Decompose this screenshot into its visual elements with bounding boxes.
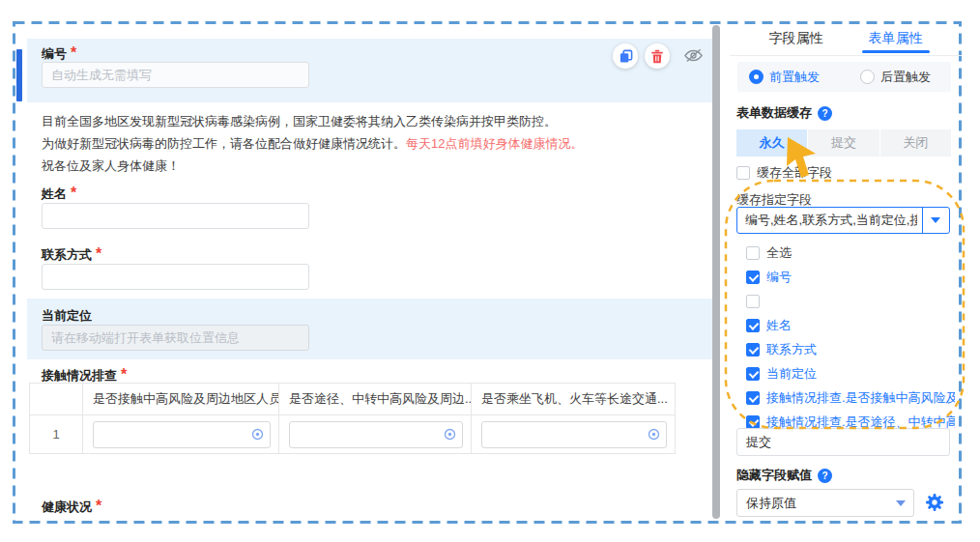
gear-icon	[925, 493, 944, 512]
panel-tabs: 字段属性 表单属性	[746, 23, 945, 55]
cache-fields-combobox[interactable]: 编号,姓名,联系方式,当前定位,接...	[736, 207, 950, 234]
checkbox-label: 接触情况排查.是否接触中高风险及周边地区人员	[766, 389, 955, 407]
cache-field-option[interactable]: 联系方式	[746, 342, 955, 357]
circle-dot-icon	[251, 428, 264, 441]
radio-label: 后置触发	[880, 69, 931, 86]
field-label: 健康状况	[42, 499, 92, 514]
required-asterisk: *	[71, 185, 76, 201]
cache-mode-permanent[interactable]: 永久	[736, 129, 807, 157]
table-column-header: 是否接触中高风险及周边地区人员	[83, 384, 279, 415]
radio-post-trigger[interactable]: 后置触发	[860, 69, 931, 86]
required-asterisk: *	[96, 245, 101, 262]
field-block-description[interactable]: 目前全国多地区发现新型冠状病毒感染病例，国家卫健委将其纳入乙类传染病并按甲类防控…	[42, 110, 679, 177]
description-line: 为做好新型冠状病毒的防控工作，请各位配合做好健康情况统计。每天12点前填好身体健…	[42, 132, 679, 155]
name-input[interactable]	[42, 203, 309, 229]
contact-input[interactable]	[42, 264, 309, 290]
field-label: 姓名	[42, 186, 67, 201]
selection-bar	[16, 49, 22, 101]
copy-icon	[619, 49, 633, 64]
hidden-assign-select[interactable]: 保持原值	[736, 489, 914, 517]
submit-value-input[interactable]	[736, 428, 950, 456]
checkbox-label: 缓存全部字段	[757, 164, 832, 182]
checkbox-label: 联系方式	[766, 341, 817, 358]
required-asterisk: *	[71, 44, 76, 61]
checkbox-label: 全选	[766, 244, 792, 262]
table-row: 1	[30, 415, 676, 454]
combobox-value: 编号,姓名,联系方式,当前定位,接...	[745, 208, 917, 233]
cache-field-option[interactable]: 姓名	[746, 318, 955, 333]
question-circle-icon[interactable]: ?	[818, 469, 832, 483]
checkbox-icon[interactable]	[746, 415, 760, 429]
question-circle-icon[interactable]: ?	[818, 106, 832, 121]
tab-form-properties[interactable]: 表单属性	[846, 23, 945, 55]
tab-field-properties[interactable]: 字段属性	[746, 23, 846, 55]
checkbox-icon[interactable]	[746, 271, 760, 284]
hidden-assign-title-row: 隐藏字段赋值 ?	[736, 467, 832, 484]
table-select-input[interactable]	[93, 421, 271, 448]
checkbox-icon[interactable]	[746, 246, 760, 260]
cache-mode-group: 永久 提交 关闭	[736, 129, 951, 157]
radio-label: 前置触发	[769, 69, 820, 86]
select-value: 保持原值	[746, 490, 796, 516]
trigger-radio-group: 前置触发 后置触发	[737, 62, 951, 92]
row-index: 1	[30, 415, 83, 454]
checkbox-icon[interactable]	[736, 166, 750, 180]
table-column-header: 是否途径、中转中高风险及周边...	[279, 384, 472, 415]
vertical-scrollbar[interactable]	[712, 25, 720, 519]
cache-field-option[interactable]: 当前定位	[746, 366, 955, 382]
field-name-label-row: 姓名*	[42, 185, 76, 203]
combobox-dropdown-button[interactable]	[922, 208, 949, 233]
radio-unselected-icon[interactable]	[860, 70, 875, 84]
checkbox-icon[interactable]	[746, 391, 760, 405]
trash-icon	[650, 49, 664, 64]
field-location-label-row: 当前定位	[42, 306, 92, 325]
description-red-text: 每天12点前填好身体健康情况。	[406, 136, 583, 151]
checkbox-icon[interactable]	[746, 295, 760, 308]
checkbox-icon[interactable]	[746, 367, 760, 381]
description-line: 目前全国多地区发现新型冠状病毒感染病例，国家卫健委将其纳入乙类传染病并按甲类防控…	[42, 110, 679, 132]
table-select-input[interactable]	[481, 421, 667, 448]
checkbox-icon[interactable]	[746, 319, 760, 332]
eye-off-icon	[683, 47, 704, 64]
radio-pre-trigger[interactable]: 前置触发	[749, 69, 820, 86]
cache-section-title-row: 表单数据缓存 ?	[736, 104, 832, 122]
cache-field-option[interactable]	[746, 294, 955, 309]
caret-down-icon	[896, 500, 906, 506]
field-health-label-row: 健康状况*	[42, 498, 101, 516]
caret-down-icon	[931, 217, 940, 223]
cache-mode-close[interactable]: 关闭	[880, 129, 951, 157]
cache-field-option[interactable]: 编号	[746, 270, 955, 285]
required-asterisk: *	[121, 366, 127, 383]
cache-field-option[interactable]: 全选	[746, 245, 955, 261]
field-label: 联系方式	[42, 247, 92, 262]
hidden-field-toggle[interactable]	[683, 47, 704, 68]
description-line: 祝各位及家人身体健康！	[42, 155, 679, 177]
table-column-header: 是否乘坐飞机、火车等长途交通...	[472, 384, 676, 415]
field-label: 接触情况排查	[42, 368, 117, 383]
copy-field-button[interactable]	[613, 43, 638, 69]
checkbox-label: 编号	[766, 269, 792, 286]
cache-field-option[interactable]: 接触情况排查.是否接触中高风险及周边地区人员	[746, 390, 955, 406]
hidden-assign-settings-button[interactable]	[925, 493, 944, 516]
checkbox-label: 当前定位	[766, 365, 817, 383]
table-select-input[interactable]	[289, 421, 463, 448]
circle-dot-icon	[648, 428, 660, 441]
checkbox-label: 姓名	[766, 317, 792, 334]
number-input[interactable]	[42, 62, 309, 88]
field-label: 当前定位	[42, 308, 92, 323]
section-title: 表单数据缓存	[736, 104, 812, 122]
cache-mode-submit[interactable]: 提交	[808, 129, 879, 157]
checkbox-icon[interactable]	[746, 343, 760, 357]
field-label: 编号	[42, 46, 67, 61]
cache-all-fields-option[interactable]: 缓存全部字段	[736, 165, 832, 181]
delete-field-button[interactable]	[645, 43, 670, 69]
location-input[interactable]	[42, 325, 309, 351]
field-contact-label-row: 联系方式*	[42, 245, 101, 264]
radio-selected-icon[interactable]	[749, 70, 764, 84]
contact-table: 是否接触中高风险及周边地区人员 是否途径、中转中高风险及周边... 是否乘坐飞机…	[29, 383, 676, 454]
required-asterisk: *	[96, 498, 101, 514]
field-number-label-row: 编号*	[42, 44, 76, 63]
section-title: 隐藏字段赋值	[736, 467, 812, 484]
circle-dot-icon	[444, 428, 456, 441]
table-index-header	[30, 384, 83, 415]
